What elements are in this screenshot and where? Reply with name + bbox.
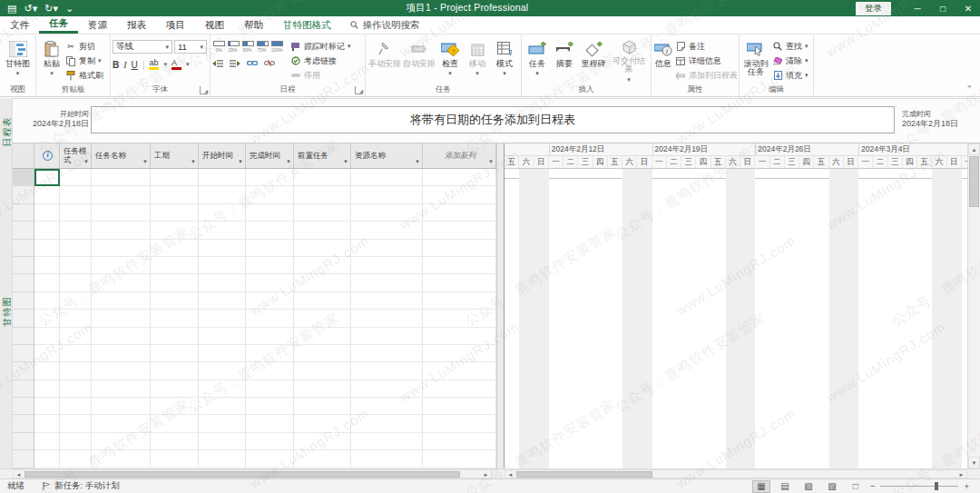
cell-resource-names[interactable]	[351, 204, 423, 222]
cell-duration[interactable]	[151, 204, 199, 222]
cell-predecessors[interactable]	[294, 362, 351, 380]
tab-gantt-format[interactable]: 甘特图格式	[273, 16, 341, 34]
cell-duration[interactable]	[151, 328, 199, 345]
cell-task-name[interactable]	[92, 257, 151, 274]
cell-resource-names[interactable]	[351, 328, 423, 345]
collapse-ribbon-icon[interactable]: ⌃	[965, 84, 973, 94]
inactivate-button[interactable]: 停用	[290, 69, 351, 82]
cell-duration[interactable]	[151, 310, 199, 327]
scroll-down-icon[interactable]: ▼	[968, 457, 980, 468]
new-task-mode-button[interactable]: 新任务: 手动计划	[42, 480, 120, 492]
timeline-pane-label[interactable]: 日程表	[0, 125, 13, 138]
cell-row-header[interactable]	[13, 433, 34, 450]
font-dialog-launcher-icon[interactable]	[200, 86, 208, 94]
cell-duration[interactable]	[151, 433, 199, 450]
underline-button[interactable]: U	[132, 60, 138, 70]
column-filter-icon[interactable]: ▼	[286, 159, 291, 165]
login-button[interactable]: 登录	[856, 2, 891, 15]
cell-predecessors[interactable]	[294, 398, 351, 415]
cell-task-name[interactable]	[92, 380, 151, 398]
cell-task-mode[interactable]	[60, 292, 92, 310]
vertical-scroll-thumb[interactable]	[969, 156, 979, 207]
cut-button[interactable]: ✂剪切	[65, 40, 103, 53]
cell-task-name[interactable]	[92, 415, 151, 432]
table-horizontal-scrollbar[interactable]: ◄ ►	[13, 469, 492, 478]
cell-finish[interactable]	[246, 345, 294, 362]
cell-row-header[interactable]	[13, 240, 34, 257]
cell-indicators[interactable]	[34, 433, 60, 450]
cell-row-header[interactable]	[13, 345, 34, 362]
cell-predecessors[interactable]	[294, 204, 351, 222]
column-header-task-name[interactable]: 任务名称▼	[92, 143, 151, 169]
cell-add-new-column[interactable]	[423, 186, 496, 203]
consider-links-button[interactable]: 考虑链接	[290, 54, 351, 67]
percent-100%-button[interactable]: 100%	[270, 41, 283, 53]
cell-task-mode[interactable]	[60, 345, 92, 362]
insert-deliverable-button[interactable]: 可交付结果 ▾	[609, 37, 649, 83]
cell-predecessors[interactable]	[294, 257, 351, 274]
cell-resource-names[interactable]	[351, 292, 423, 310]
column-header-row-header[interactable]	[13, 143, 34, 169]
outdent-task-icon[interactable]	[212, 58, 223, 68]
cell-add-new-column[interactable]	[423, 240, 496, 257]
fill-button[interactable]: 填充▾	[772, 69, 808, 82]
cell-resource-names[interactable]	[351, 415, 423, 432]
close-button[interactable]: ✕	[956, 0, 980, 16]
cell-add-new-column[interactable]	[423, 169, 496, 186]
cell-start[interactable]	[199, 345, 246, 362]
column-header-finish[interactable]: 完成时间▼	[246, 143, 294, 169]
column-header-start[interactable]: 开始时间▼	[199, 143, 246, 169]
cell-indicators[interactable]	[34, 362, 60, 380]
notes-button[interactable]: 备注	[675, 40, 738, 53]
column-filter-icon[interactable]: ▼	[488, 159, 494, 165]
cell-task-mode[interactable]	[60, 398, 92, 415]
cell-resource-names[interactable]	[351, 240, 423, 257]
cell-start[interactable]	[199, 186, 246, 203]
cell-predecessors[interactable]	[294, 274, 351, 291]
cell-start[interactable]	[199, 274, 246, 291]
cell-row-header[interactable]	[13, 415, 34, 432]
cell-resource-names[interactable]	[351, 310, 423, 327]
cell-predecessors[interactable]	[294, 433, 351, 450]
cell-task-name[interactable]	[92, 362, 151, 380]
task-table-pane[interactable]: i任务模式▼任务名称▼工期▼开始时间▼完成时间▼前置任务▼资源名称▼添加新列▼	[13, 143, 496, 468]
cell-finish[interactable]	[246, 240, 294, 257]
cell-finish[interactable]	[246, 433, 294, 450]
tab-file[interactable]: 文件	[0, 16, 39, 34]
column-header-indicators[interactable]: i	[34, 143, 60, 169]
cell-task-mode[interactable]	[60, 362, 92, 380]
gantt-scroll-thumb[interactable]	[516, 471, 652, 478]
timeline-pane[interactable]: 开始时间 2024年2月18日 将带有日期的任务添加到日程表 完成时间 2024…	[13, 98, 980, 143]
add-to-timeline-button[interactable]: 添加到日程表	[675, 69, 738, 82]
cell-task-name[interactable]	[92, 169, 151, 186]
percent-50%-button[interactable]: 50%	[241, 41, 254, 53]
cell-indicators[interactable]	[34, 257, 60, 274]
customize-qat-icon[interactable]: ⌄	[65, 0, 74, 16]
highlight-color-button[interactable]: ab	[149, 59, 159, 70]
cell-task-mode[interactable]	[60, 328, 92, 345]
cell-row-header[interactable]	[13, 257, 34, 274]
find-button[interactable]: 查找▾	[772, 40, 808, 53]
zoom-in-icon[interactable]: +	[964, 481, 969, 491]
unlink-tasks-icon[interactable]	[264, 58, 275, 68]
cell-indicators[interactable]	[34, 415, 60, 432]
cell-indicators[interactable]	[34, 274, 60, 291]
cell-resource-names[interactable]	[351, 186, 423, 203]
cell-row-header[interactable]	[13, 274, 34, 291]
cell-resource-names[interactable]	[351, 257, 423, 274]
cell-duration[interactable]	[151, 450, 199, 468]
cell-finish[interactable]	[246, 274, 294, 291]
task-information-button[interactable]: i 信息	[653, 37, 673, 83]
cell-add-new-column[interactable]	[423, 274, 496, 291]
gantt-chart-pane[interactable]: 2024年2月12日2024年2月19日2024年2月26日2024年3月4日 …	[505, 143, 967, 468]
cell-predecessors[interactable]	[294, 415, 351, 432]
insert-summary-button[interactable]: 摘要	[551, 37, 578, 83]
cell-indicators[interactable]	[34, 204, 60, 222]
cell-task-name[interactable]	[92, 450, 151, 468]
undo-icon[interactable]: ↺▾	[24, 0, 37, 16]
cell-finish[interactable]	[246, 328, 294, 345]
cell-task-name[interactable]	[92, 433, 151, 450]
column-filter-icon[interactable]: ▼	[191, 159, 196, 165]
insert-milestone-button[interactable]: 里程碑	[578, 37, 609, 83]
gantt-chart-view-button[interactable]: 甘特图 ▾	[2, 37, 34, 83]
